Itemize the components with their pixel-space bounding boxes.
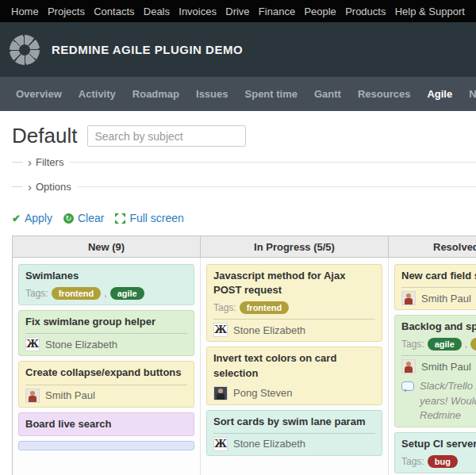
comment-text: Slack/Trello hayears! Would loveRedmine	[420, 379, 476, 423]
avatar	[401, 359, 416, 373]
clear-button[interactable]: Clear	[63, 212, 104, 224]
divider	[12, 162, 23, 163]
assignee-name: Stone Elizabeth	[45, 339, 117, 351]
divider	[78, 186, 476, 187]
card-tags: Tags:agile,frontend	[401, 337, 476, 351]
card-tags: Tags:bug	[401, 454, 476, 469]
kanban-card[interactable]: New card field sSmith Paul	[394, 264, 476, 310]
column-header-new-9: New (9)	[13, 236, 201, 257]
kanban-card[interactable]	[18, 441, 194, 450]
clear-label: Clear	[78, 212, 104, 224]
kanban-card[interactable]: Javascript method for Ajax POST requestT…	[206, 264, 382, 342]
topbar-link-deals[interactable]: Deals	[144, 6, 170, 17]
nav-item-agile[interactable]: Agile	[427, 88, 452, 100]
card-title: Fix swimlane group helper	[25, 315, 187, 329]
column-header-in-progress-5-5: In Progress (5/5)	[201, 236, 389, 257]
card-title: Create collapse/expand buttons	[25, 366, 187, 380]
chevron-right-icon	[28, 181, 32, 193]
card-divider	[213, 433, 375, 434]
assignee-row: ЖStone Elizabeth	[213, 437, 375, 451]
avatar	[213, 386, 228, 400]
assignee-name: Stone Elizabeth	[233, 438, 305, 450]
tag-pill-bug: bug	[428, 455, 458, 468]
kanban-card[interactable]: Setup CI serverTags:bug	[394, 432, 476, 473]
tag-pill-frontend: frontend	[470, 338, 476, 351]
kanban-card[interactable]: SwimlanesTags:frontend,agile	[18, 264, 194, 305]
nav-item-gantt[interactable]: Gantt	[314, 88, 341, 100]
fullscreen-icon	[115, 213, 125, 224]
tags-label: Tags:	[25, 288, 48, 299]
kanban-card[interactable]: Backlog and spTags:agile,frontendSmith P…	[394, 315, 476, 427]
comment-line: years! Would love	[420, 394, 476, 408]
card-divider	[25, 333, 187, 334]
tag-separator: ,	[465, 339, 467, 350]
options-toggle[interactable]: Options	[12, 176, 476, 197]
card-title: Swimlanes	[25, 269, 187, 283]
tag-pill-agile: agile	[428, 338, 462, 351]
kanban-card[interactable]: Board live search	[18, 412, 194, 436]
topbar-link-home[interactable]: Home	[11, 6, 39, 17]
nav-item-overview[interactable]: Overview	[16, 88, 62, 100]
topbar-link-people[interactable]: People	[304, 6, 336, 17]
action-bar: Apply Clear Full screen	[12, 212, 476, 224]
topbar-link-products[interactable]: Products	[345, 6, 386, 17]
topbar-link-contacts[interactable]: Contacts	[94, 6, 134, 17]
card-divider	[401, 287, 476, 288]
nav-item-issues[interactable]: Issues	[196, 88, 228, 100]
assignee-name: Pong Steven	[233, 387, 292, 399]
topbar-link-help-support[interactable]: Help & Support	[395, 6, 465, 17]
kanban-card[interactable]: Create collapse/expand buttonsSmith Paul	[18, 361, 194, 407]
tag-pill-frontend: frontend	[240, 301, 290, 314]
card-title: New card field s	[401, 269, 476, 283]
card-title: Sort cards by swim lane param	[213, 415, 375, 429]
kanban-card[interactable]: Invert text colors on card selectionPong…	[206, 347, 382, 404]
check-icon	[12, 212, 21, 224]
nav-item-resources[interactable]: Resources	[358, 88, 410, 100]
assignee-row: Smith Paul	[401, 291, 476, 305]
nav-item-roadmap[interactable]: Roadmap	[132, 88, 179, 100]
main-content: Default Filters Options Apply Clear	[0, 124, 476, 224]
card-tags: Tags:frontend,agile	[25, 286, 187, 301]
topbar-link-invoices[interactable]: Invoices	[178, 6, 217, 17]
card-tags: Tags:frontend	[213, 301, 375, 315]
fullscreen-label: Full screen	[129, 212, 183, 224]
assignee-name: Smith Paul	[45, 389, 95, 401]
nav-item-news[interactable]: News	[469, 88, 476, 100]
card-divider	[25, 385, 187, 385]
comment-bubble-icon	[401, 381, 414, 391]
search-input[interactable]	[87, 125, 246, 147]
topbar-link-drive[interactable]: Drive	[225, 6, 249, 17]
tag-pill-frontend: frontend	[52, 287, 102, 300]
fullscreen-button[interactable]: Full screen	[115, 212, 183, 224]
assignee-row: ЖStone Elizabeth	[213, 323, 375, 337]
assignee-name: Smith Paul	[421, 361, 471, 373]
filters-toggle[interactable]: Filters	[12, 151, 476, 173]
kanban-card[interactable]: Sort cards by swim lane paramЖStone Eliz…	[206, 410, 382, 456]
topbar-link-finance[interactable]: Finance	[259, 6, 295, 17]
divider	[12, 186, 23, 187]
tag-pill-agile: agile	[110, 287, 144, 300]
kanban-card[interactable]: Fix swimlane group helperЖStone Elizabet…	[18, 310, 194, 356]
apply-label: Apply	[25, 212, 52, 224]
app-title: REDMINE AGILE PLUGIN DEMO	[52, 43, 243, 56]
assignee-name: Smith Paul	[421, 293, 471, 305]
comment-line: Slack/Trello ha	[420, 379, 476, 393]
board-header: New (9)In Progress (5/5)Resolved	[13, 236, 476, 258]
avatar	[401, 291, 416, 305]
board-toolbar: Default	[12, 124, 476, 148]
assignee-row: Smith Paul	[401, 359, 476, 373]
assignee-row: Smith Paul	[25, 389, 187, 403]
avatar	[25, 389, 40, 403]
apply-button[interactable]: Apply	[12, 212, 52, 224]
topbar: HomeProjectsContactsDealsInvoicesDriveFi…	[0, 0, 476, 22]
topbar-link-projects[interactable]: Projects	[48, 6, 85, 17]
tag-separator: ,	[104, 288, 106, 299]
card-title: Invert text colors on card selection	[213, 351, 375, 380]
card-divider	[401, 355, 476, 356]
card-title: Backlog and sp	[401, 320, 476, 334]
chevron-right-icon	[28, 156, 32, 169]
nav-item-spent-time[interactable]: Spent time	[245, 88, 298, 100]
comment-line: Redmine	[420, 408, 476, 423]
card-title: Board live search	[25, 417, 187, 431]
nav-item-activity[interactable]: Activity	[79, 88, 116, 100]
